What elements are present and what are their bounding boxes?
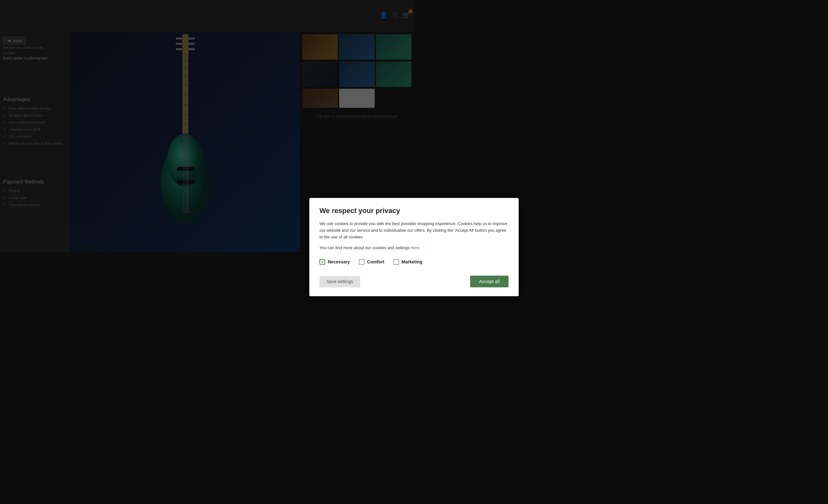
modal-title: We respect your privacy bbox=[320, 207, 414, 215]
modal-body-text2: You can find more about our cookies and … bbox=[320, 246, 410, 250]
modal-body-paragraph1: We use cookies to provide you with the b… bbox=[320, 221, 414, 240]
modal-body-paragraph2: You can find more about our cookies and … bbox=[320, 245, 414, 252]
cookie-consent-modal: We respect your privacy We use cookies t… bbox=[309, 198, 414, 252]
cookies-settings-link[interactable]: here bbox=[411, 246, 414, 250]
